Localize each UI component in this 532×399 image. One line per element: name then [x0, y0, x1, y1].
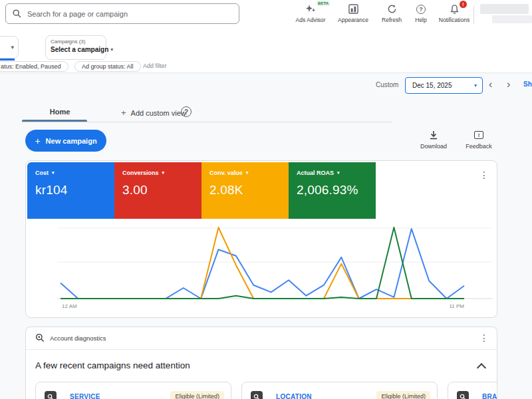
series-actual-roas: [61, 227, 464, 299]
campaign-name[interactable]: SERVICE: [70, 393, 100, 399]
chevron-down-icon: ▾: [52, 170, 55, 176]
series-conv-value: [61, 227, 464, 299]
campaign-status-chip[interactable]: atus: Enabled, Paused: [0, 61, 68, 72]
new-campaign-button[interactable]: + New campaign: [25, 130, 106, 152]
metric-value: 2.08K: [209, 183, 281, 198]
campaign-name[interactable]: BRAND: [482, 393, 497, 399]
download-button[interactable]: Download: [414, 130, 454, 150]
diagnostics-icon: [35, 333, 45, 342]
search-campaign-icon: [457, 391, 469, 399]
overview-more-options-button[interactable]: ⋮: [479, 170, 489, 180]
ads-advisor-icon: [305, 4, 317, 14]
metric-value: kr104: [35, 183, 106, 198]
tabs-help-button[interactable]: ?: [181, 106, 192, 117]
metric-value: 2,006.93%: [297, 183, 368, 198]
search-campaign-icon: [251, 391, 263, 399]
tabs-divider: [22, 122, 392, 122]
date-picker[interactable]: Dec 15, 2025 ▾: [405, 77, 483, 94]
campaign-selector-value: Select a campaign: [51, 46, 108, 53]
scorecard-actual-roas[interactable]: Actual ROAS ▾ 2,006.93%: [289, 162, 376, 219]
date-range-mode: Custom: [376, 81, 398, 88]
campaign-selector-label: Campaigns (3): [51, 39, 101, 45]
search-campaign-icon: [45, 391, 57, 399]
page-search[interactable]: [5, 3, 239, 24]
chevron-down-icon: ▾: [110, 47, 113, 53]
status-badge: Eligible (Limited): [170, 391, 224, 399]
status-badge: Eligible (Limited): [376, 391, 430, 399]
notifications-button[interactable]: ! Notifications: [434, 3, 475, 23]
chevron-down-icon: ▾: [474, 82, 477, 88]
diagnostics-title: Account diagnostics: [50, 334, 106, 342]
appearance-label: Appearance: [332, 17, 374, 23]
campaign-card-brand[interactable]: BRAND: [448, 382, 497, 399]
selector-active-underline: [0, 59, 15, 61]
main-content: Custom Dec 15, 2025 ▾ ‹ › Sh Home + Add …: [0, 72, 532, 399]
overview-card: Cost ▾ kr104 Conversions ▾ 3.00 Conv. va…: [25, 160, 497, 318]
chevron-down-icon: ▾: [337, 170, 340, 176]
date-picker-value: Dec 15, 2025: [412, 82, 474, 89]
search-icon: [13, 9, 21, 18]
add-custom-view-label: Add custom view: [131, 109, 186, 117]
metric-label: Conversions: [122, 170, 159, 176]
add-filter-button[interactable]: Add filter: [143, 63, 167, 69]
beta-badge: BETA: [317, 1, 330, 6]
account-selector-partial[interactable]: ▾: [0, 36, 19, 59]
download-icon: [429, 130, 438, 140]
campaign-name[interactable]: LOCATION: [276, 393, 312, 399]
metric-value: 3.00: [122, 183, 194, 198]
account-diagnostics-card: Account diagnostics ⋮ A few recent campa…: [25, 327, 497, 399]
notification-badge: !: [460, 1, 467, 8]
metric-label: Cost: [35, 170, 49, 176]
metric-label: Actual ROAS: [297, 170, 334, 176]
hourly-line-chart: [26, 222, 497, 318]
notifications-label: Notifications: [434, 17, 475, 23]
divider: [26, 349, 497, 350]
account-info-redacted: [480, 4, 529, 14]
performance-chart: 12 AM 11 PM: [26, 222, 497, 318]
campaign-card-service[interactable]: SERVICE Eligible (Limited): [35, 382, 231, 399]
chevron-down-icon: ▾: [11, 44, 14, 51]
feedback-label: Feedback: [459, 143, 499, 150]
top-bar: BETA Ads Advisor Appearance: [0, 0, 532, 32]
series-cost: [61, 229, 464, 299]
metric-label: Conv. value: [209, 170, 243, 176]
feedback-icon: !: [474, 131, 483, 139]
download-label: Download: [414, 143, 454, 150]
attention-heading: A few recent campaigns need attention: [35, 360, 190, 370]
ad-group-status-chip[interactable]: Ad group status: All: [74, 61, 141, 72]
add-custom-view-button[interactable]: + Add custom view: [121, 108, 186, 118]
refresh-icon: [387, 4, 397, 14]
x-axis-label-start: 12 AM: [62, 303, 77, 309]
plus-icon: +: [35, 136, 40, 146]
notifications-icon: [450, 4, 460, 15]
google-ads-dashboard: BETA Ads Advisor Appearance: [0, 0, 532, 399]
scorecard-cost[interactable]: Cost ▾ kr104: [27, 162, 114, 219]
header-divider: [473, 6, 474, 24]
appearance-button[interactable]: Appearance: [332, 3, 374, 23]
ads-advisor-button[interactable]: BETA Ads Advisor: [290, 3, 331, 23]
account-id-redacted: [492, 15, 532, 23]
help-circle-icon: ?: [181, 106, 192, 117]
help-icon: ?: [416, 5, 426, 14]
x-axis-label-end: 11 PM: [431, 303, 464, 309]
plus-icon: +: [121, 108, 126, 118]
search-input[interactable]: [27, 10, 232, 18]
diagnostics-more-options-button[interactable]: ⋮: [479, 333, 489, 342]
campaign-cards-row: SERVICE Eligible (Limited) LOCATION Elig…: [35, 382, 497, 399]
previous-period-button[interactable]: ‹: [489, 77, 492, 92]
chevron-down-icon: ▾: [246, 170, 249, 176]
tab-home[interactable]: Home: [40, 108, 80, 116]
chevron-up-icon[interactable]: [477, 363, 486, 372]
campaign-card-location[interactable]: LOCATION Eligible (Limited): [241, 382, 438, 399]
new-campaign-label: New campaign: [46, 137, 97, 145]
show-link-partial[interactable]: Sh: [523, 80, 532, 88]
appearance-icon: [348, 4, 358, 14]
ads-advisor-label: Ads Advisor: [290, 17, 331, 23]
scorecard-conv-value[interactable]: Conv. value ▾ 2.08K: [201, 162, 289, 219]
feedback-button[interactable]: ! Feedback: [459, 130, 499, 150]
next-period-button[interactable]: ›: [507, 77, 510, 92]
scorecard-conversions[interactable]: Conversions ▾ 3.00: [114, 162, 201, 219]
campaign-selector[interactable]: Campaigns (3) Select a campaign ▾: [45, 35, 106, 60]
chevron-down-icon: ▾: [162, 170, 165, 176]
ad-group-status-chip-label: Ad group status: All: [82, 63, 134, 70]
